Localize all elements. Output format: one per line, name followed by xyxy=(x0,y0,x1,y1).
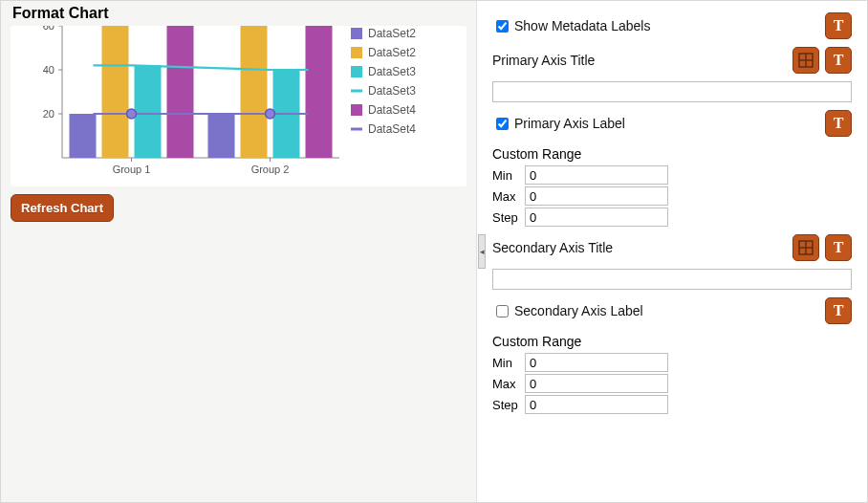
svg-text:DataSet3: DataSet3 xyxy=(368,84,416,98)
input-min-secondary[interactable] xyxy=(525,353,668,372)
svg-text:Group 1: Group 1 xyxy=(113,164,151,175)
checkbox-secondary-axis-label[interactable] xyxy=(496,305,509,317)
text-style-button-secondary-title[interactable]: T xyxy=(825,234,852,261)
page-title: Format Chart xyxy=(12,5,467,22)
chart-preview: 204060Group 1Group 2DataSet2DataSet2Data… xyxy=(11,26,467,186)
input-row-secondary-axis-title xyxy=(477,265,867,294)
custom-range-secondary: Custom Range Min Max Step xyxy=(477,328,867,418)
label-secondary-axis-title: Secondary Axis Title xyxy=(492,240,787,255)
row-primary-axis-title: Primary Axis Title T xyxy=(477,43,867,77)
svg-text:DataSet4: DataSet4 xyxy=(368,122,416,136)
text-style-icon: T xyxy=(834,239,844,256)
grid-icon xyxy=(798,240,814,255)
chart-svg: 204060Group 1Group 2DataSet2DataSet2Data… xyxy=(14,26,464,186)
secondary-axis-title-input[interactable] xyxy=(492,269,852,290)
refresh-chart-button[interactable]: Refresh Chart xyxy=(11,194,114,222)
row-show-metadata-labels: Show Metadata Labels T xyxy=(477,9,867,43)
svg-rect-9 xyxy=(102,26,129,158)
row-secondary-axis-title: Secondary Axis Title T xyxy=(477,230,867,265)
input-min-primary[interactable] xyxy=(525,165,668,185)
svg-rect-14 xyxy=(208,114,235,158)
chevron-left-icon: ◂ xyxy=(480,247,485,256)
settings-panel[interactable]: Show Metadata Labels T Primary Axis Titl… xyxy=(477,1,867,502)
svg-text:Group 2: Group 2 xyxy=(251,164,290,175)
text-style-button-primary-label[interactable]: T xyxy=(825,110,852,137)
text-style-icon: T xyxy=(834,115,844,132)
label-min-secondary: Min xyxy=(492,356,525,370)
label-primary-axis-label: Primary Axis Label xyxy=(514,116,819,131)
text-style-icon: T xyxy=(834,17,844,34)
input-max-primary[interactable] xyxy=(525,186,668,206)
svg-text:20: 20 xyxy=(43,108,54,120)
input-step-secondary[interactable] xyxy=(525,395,668,414)
label-primary-axis-title: Primary Axis Title xyxy=(492,53,787,68)
svg-rect-11 xyxy=(167,26,194,158)
label-show-metadata-labels: Show Metadata Labels xyxy=(514,18,819,33)
svg-rect-10 xyxy=(135,65,162,158)
input-step-primary[interactable] xyxy=(525,208,668,227)
label-step-primary: Step xyxy=(492,210,525,225)
grid-button-secondary-title[interactable] xyxy=(792,234,819,261)
svg-text:DataSet2: DataSet2 xyxy=(368,46,416,59)
row-secondary-axis-label: Secondary Axis Label T xyxy=(477,294,867,328)
svg-rect-24 xyxy=(351,47,362,58)
svg-text:DataSet3: DataSet3 xyxy=(368,65,416,78)
primary-axis-title-input[interactable] xyxy=(492,81,852,102)
left-pane: Format Chart 204060Group 1Group 2DataSet… xyxy=(1,1,477,502)
checkbox-primary-axis-label[interactable] xyxy=(496,118,509,130)
svg-text:60: 60 xyxy=(43,26,54,32)
svg-text:DataSet2: DataSet2 xyxy=(368,27,416,40)
text-style-button-secondary-label[interactable]: T xyxy=(825,297,852,324)
svg-point-21 xyxy=(266,109,275,119)
checkbox-show-metadata-labels[interactable] xyxy=(496,20,509,33)
svg-rect-15 xyxy=(241,26,268,158)
grid-icon xyxy=(798,53,814,68)
text-style-button-primary-title[interactable]: T xyxy=(825,47,852,74)
svg-rect-26 xyxy=(351,66,362,77)
collapse-handle[interactable]: ◂ xyxy=(478,234,486,269)
svg-text:40: 40 xyxy=(43,64,54,76)
svg-rect-8 xyxy=(70,114,97,158)
custom-range-primary: Custom Range Min Max Step xyxy=(477,141,867,230)
text-style-icon: T xyxy=(834,52,844,69)
svg-rect-30 xyxy=(351,104,362,116)
label-secondary-axis-label: Secondary Axis Label xyxy=(514,303,819,318)
custom-range-title-secondary: Custom Range xyxy=(492,334,852,349)
text-style-icon: T xyxy=(834,302,844,319)
row-primary-axis-label: Primary Axis Label T xyxy=(477,106,867,141)
format-chart-app: Format Chart 204060Group 1Group 2DataSet… xyxy=(0,0,868,503)
custom-range-title-primary: Custom Range xyxy=(492,146,852,162)
grid-button-primary-title[interactable] xyxy=(792,47,819,74)
label-max-secondary: Max xyxy=(492,377,525,391)
input-row-primary-axis-title xyxy=(477,77,867,106)
input-max-secondary[interactable] xyxy=(525,374,668,393)
text-style-button-metadata[interactable]: T xyxy=(825,12,852,39)
svg-rect-17 xyxy=(306,26,333,158)
label-step-secondary: Step xyxy=(492,398,525,412)
label-min-primary: Min xyxy=(492,168,525,183)
label-max-primary: Max xyxy=(492,189,525,204)
svg-point-20 xyxy=(127,109,137,119)
svg-rect-22 xyxy=(351,28,362,39)
svg-text:DataSet4: DataSet4 xyxy=(368,103,416,117)
